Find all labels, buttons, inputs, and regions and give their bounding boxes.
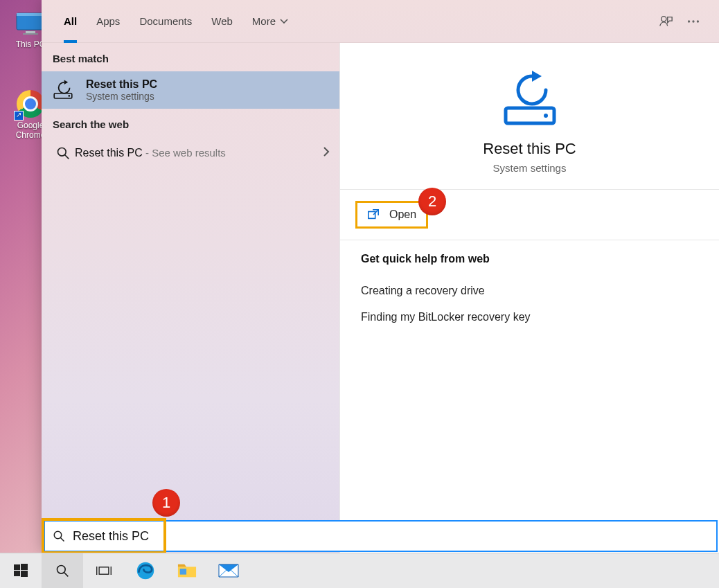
search-icon bbox=[45, 530, 73, 542]
action-row: Open bbox=[340, 190, 719, 240]
open-button-label: Open bbox=[389, 208, 416, 221]
svg-rect-1 bbox=[17, 13, 44, 16]
panel-body: Best match Reset this PC System settings bbox=[42, 43, 719, 553]
task-view-button[interactable] bbox=[83, 553, 125, 589]
svg-point-4 bbox=[662, 16, 666, 21]
svg-point-9 bbox=[69, 95, 71, 97]
more-icon[interactable] bbox=[686, 14, 701, 29]
tab-documents[interactable]: Documents bbox=[130, 0, 202, 43]
annotation-badge-1: 1 bbox=[152, 489, 180, 517]
annotation-number: 2 bbox=[428, 193, 436, 211]
svg-point-10 bbox=[58, 148, 66, 156]
annotation-badge-2: 2 bbox=[418, 188, 446, 215]
tab-label: Apps bbox=[96, 15, 120, 27]
recovery-drive-large-icon bbox=[499, 71, 561, 126]
web-result-title: Reset this PC bbox=[75, 147, 143, 159]
mail-icon bbox=[218, 562, 239, 579]
svg-rect-2 bbox=[26, 31, 35, 33]
svg-rect-23 bbox=[99, 567, 109, 574]
open-button[interactable]: Open bbox=[355, 201, 428, 229]
best-match-header: Best match bbox=[42, 43, 339, 71]
annotation-number: 1 bbox=[162, 494, 170, 512]
search-button[interactable] bbox=[42, 553, 83, 589]
tab-apps[interactable]: Apps bbox=[87, 0, 130, 43]
result-title: Reset this PC bbox=[86, 78, 157, 91]
web-result-suffix: - See web results bbox=[143, 147, 226, 159]
windows-icon bbox=[14, 564, 28, 578]
shortcut-arrow-icon bbox=[14, 111, 24, 121]
result-subtitle: System settings bbox=[86, 91, 157, 102]
help-section: Get quick help from web Creating a recov… bbox=[340, 240, 719, 343]
svg-rect-17 bbox=[14, 564, 20, 570]
svg-point-5 bbox=[688, 20, 690, 22]
svg-rect-14 bbox=[369, 212, 375, 219]
tab-label: More bbox=[252, 15, 276, 27]
help-header: Get quick help from web bbox=[361, 253, 698, 265]
detail-subtitle: System settings bbox=[354, 162, 705, 174]
taskbar-app-mail[interactable] bbox=[208, 553, 249, 589]
search-input[interactable] bbox=[73, 522, 716, 551]
tab-more[interactable]: More bbox=[242, 0, 298, 43]
chevron-right-icon bbox=[323, 145, 330, 160]
chrome-icon bbox=[17, 90, 44, 118]
svg-point-21 bbox=[57, 566, 66, 574]
chevron-down-icon bbox=[280, 17, 288, 26]
svg-point-7 bbox=[697, 20, 699, 22]
task-view-icon bbox=[96, 564, 112, 578]
folder-icon bbox=[177, 562, 197, 579]
results-column: Best match Reset this PC System settings bbox=[42, 43, 339, 553]
svg-line-16 bbox=[60, 537, 64, 541]
help-link-bitlocker[interactable]: Finding my BitLocker recovery key bbox=[361, 304, 698, 330]
svg-point-6 bbox=[692, 20, 694, 22]
monitor-icon bbox=[16, 12, 45, 35]
open-icon bbox=[367, 208, 380, 221]
svg-rect-18 bbox=[21, 564, 28, 570]
svg-point-13 bbox=[544, 114, 548, 118]
detail-column: Reset this PC System settings Open bbox=[339, 43, 719, 553]
search-icon bbox=[56, 146, 70, 160]
feedback-icon[interactable] bbox=[658, 14, 673, 29]
svg-line-11 bbox=[65, 154, 69, 159]
result-reset-this-pc[interactable]: Reset this PC System settings bbox=[42, 71, 339, 109]
taskbar-app-edge[interactable] bbox=[125, 553, 166, 589]
tab-label: Web bbox=[211, 15, 233, 27]
svg-line-22 bbox=[64, 573, 69, 577]
web-result-item[interactable]: Reset this PC - See web results bbox=[42, 137, 339, 168]
start-search-panel: All Apps Documents Web More bbox=[42, 0, 719, 553]
recovery-drive-icon bbox=[52, 80, 74, 100]
svg-point-15 bbox=[54, 531, 62, 539]
tab-web[interactable]: Web bbox=[202, 0, 242, 43]
tab-all[interactable]: All bbox=[54, 0, 87, 43]
help-link-recovery-drive[interactable]: Creating a recovery drive bbox=[361, 278, 698, 304]
search-web-header: Search the web bbox=[42, 109, 339, 137]
taskbar-app-explorer[interactable] bbox=[166, 553, 208, 589]
detail-title: Reset this PC bbox=[354, 140, 705, 158]
svg-rect-27 bbox=[180, 569, 186, 574]
taskbar bbox=[0, 553, 719, 588]
start-button[interactable] bbox=[0, 553, 42, 589]
search-tabs: All Apps Documents Web More bbox=[42, 0, 719, 43]
search-icon bbox=[55, 564, 69, 578]
tab-label: Documents bbox=[139, 15, 192, 27]
detail-hero: Reset this PC System settings bbox=[340, 43, 719, 189]
taskbar-search-box[interactable] bbox=[44, 520, 718, 552]
svg-rect-20 bbox=[21, 571, 28, 577]
desktop-background: This PC Google Chrome All Apps Documents… bbox=[0, 0, 719, 588]
edge-icon bbox=[136, 561, 155, 580]
tab-label: All bbox=[64, 15, 77, 27]
svg-rect-3 bbox=[23, 33, 38, 35]
svg-rect-19 bbox=[14, 571, 20, 576]
